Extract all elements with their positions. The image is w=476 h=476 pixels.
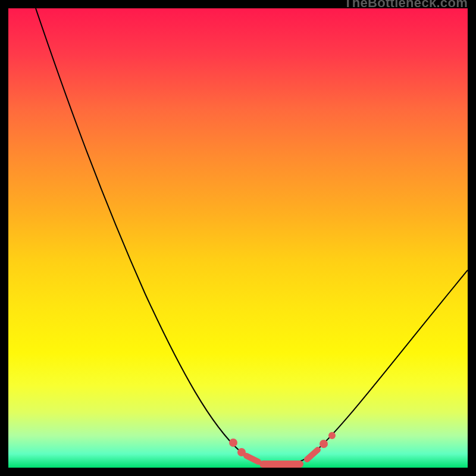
marker-dot bbox=[237, 448, 246, 456]
curve-line bbox=[36, 8, 468, 464]
marker-segment bbox=[307, 450, 318, 459]
chart-frame: TheBottleneck.com bbox=[0, 0, 476, 476]
bottleneck-curve bbox=[8, 8, 468, 468]
marker-dot bbox=[229, 439, 237, 447]
marker-segment bbox=[246, 456, 258, 462]
marker-dot bbox=[328, 432, 336, 439]
watermark-text: TheBottleneck.com bbox=[344, 0, 468, 7]
marker-dot bbox=[320, 440, 328, 448]
plot-area bbox=[8, 8, 468, 468]
